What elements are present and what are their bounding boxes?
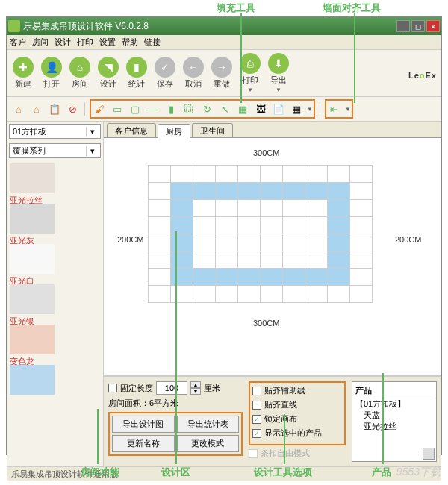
grid-cell[interactable] [170,182,193,200]
fixed-length-check[interactable] [108,384,117,392]
swatch-item[interactable]: 亚光白 [10,244,100,283]
grid-cell[interactable] [282,285,305,303]
grid-cell[interactable] [193,268,216,286]
grid-cell[interactable] [170,268,193,286]
grid-cell[interactable] [193,216,216,234]
grid-cell[interactable] [170,251,193,269]
titlebar[interactable]: 乐易集成吊顶设计软件 V6.0.2.8 _ □ ✕ [7,17,441,35]
grid-cell[interactable] [193,165,216,183]
swatch-item[interactable]: 亚光银 [10,284,100,323]
brush-icon[interactable]: 🖌 [92,101,107,116]
grid-cell[interactable] [327,165,350,183]
select-icon[interactable]: ▦ [235,101,250,116]
swatch-item[interactable]: 变色龙 [10,325,100,363]
panel-type-combo[interactable]: 01方扣板 [9,124,101,139]
show-selected-check[interactable] [252,429,261,438]
grid-cell[interactable] [148,268,171,286]
grid-cell[interactable] [305,268,328,286]
grid-cell[interactable] [349,182,373,200]
grid-cell[interactable] [148,234,171,251]
change-mode-button[interactable]: 更改模式 [177,435,240,452]
grid-cell[interactable] [148,216,171,234]
ceiling-grid[interactable] [149,165,388,314]
grid-cell[interactable] [237,216,261,234]
menu-print[interactable]: 打印 [77,37,93,48]
align-icon[interactable]: ⇤ [327,101,342,116]
snap-guide-check[interactable] [252,387,261,395]
swatch-item[interactable]: 亚光拉丝 [10,163,100,202]
tab-customer[interactable]: 客户信息 [107,123,156,137]
grid-cell[interactable] [282,251,305,269]
menu-settings[interactable]: 设置 [99,37,116,48]
save-button[interactable]: ✓保存 [153,57,177,90]
series-combo[interactable]: 覆膜系列 [9,143,101,158]
grid-cell[interactable] [349,216,373,234]
grid-cell[interactable] [327,182,350,200]
grid-cell[interactable] [327,199,350,217]
new-button[interactable]: ✚新建 [11,57,35,90]
grid-cell[interactable] [260,285,283,303]
home-icon[interactable]: ⌂ [11,101,26,116]
grid-cell[interactable] [282,165,305,183]
copy-icon[interactable]: ⿻ [181,101,196,116]
delete-icon[interactable]: ⊘ [65,101,80,116]
grid-cell[interactable] [282,268,305,286]
grid-cell[interactable] [305,165,328,183]
grid-cell[interactable] [170,285,193,303]
tab-bathroom[interactable]: 卫生间 [192,123,233,137]
grid-icon[interactable]: ▦ [289,101,304,116]
grid-cell[interactable] [349,165,373,183]
grid-cell[interactable] [215,268,238,286]
grid-cell[interactable] [349,251,373,269]
grid-cell[interactable] [148,251,171,269]
dropdown-icon[interactable]: ▼ [307,106,313,113]
scroll-corner[interactable] [423,448,435,460]
lock-canvas-check[interactable] [252,415,261,424]
grid-cell[interactable] [282,199,305,217]
square-icon[interactable]: ▢ [128,101,143,116]
product-item[interactable]: 【01方扣板】 [355,398,433,410]
grid-cell[interactable] [237,251,261,269]
swatch-item[interactable] [10,365,100,404]
grid-cell[interactable] [349,199,373,217]
vline-icon[interactable]: ▮ [164,101,178,116]
minimize-button[interactable]: _ [396,20,410,32]
grid-cell[interactable] [305,182,328,200]
grid-cell[interactable] [170,199,193,217]
grid-cell[interactable] [260,268,283,286]
grid-cell[interactable] [305,234,328,251]
grid-cell[interactable] [148,182,171,200]
menu-design[interactable]: 设计 [55,37,71,48]
length-input[interactable]: 100 [156,381,187,395]
snap-line-check[interactable] [252,401,261,410]
grid-cell[interactable] [193,251,216,269]
refresh-icon[interactable]: ↻ [199,101,214,116]
home2-icon[interactable]: ⌂ [29,101,44,116]
menu-help[interactable]: 帮助 [122,37,138,48]
grid-cell[interactable] [260,199,283,217]
grid-cell[interactable] [327,285,350,303]
grid-cell[interactable] [237,199,261,217]
grid-cell[interactable] [327,251,350,269]
grid-cell[interactable] [260,234,283,251]
menu-customer[interactable]: 客户 [10,37,26,48]
grid-cell[interactable] [148,165,171,183]
grid-cell[interactable] [237,182,261,200]
grid-cell[interactable] [349,285,373,303]
grid-cell[interactable] [349,234,373,251]
grid-cell[interactable] [260,216,283,234]
grid-cell[interactable] [327,268,350,286]
grid-cell[interactable] [305,285,328,303]
grid-cell[interactable] [282,234,305,251]
update-name-button[interactable]: 更新名称 [112,435,175,452]
grid-cell[interactable] [148,199,171,217]
room-button[interactable]: ⌂房间 [68,57,92,90]
grid-cell[interactable] [349,268,373,286]
grid-cell[interactable] [193,285,216,303]
grid-cell[interactable] [215,285,238,303]
grid-cell[interactable] [237,234,261,251]
doc-icon[interactable]: 📄 [271,101,286,116]
grid-cell[interactable] [327,234,350,251]
grid-cell[interactable] [170,165,193,183]
paste-icon[interactable]: 📋 [47,101,62,116]
